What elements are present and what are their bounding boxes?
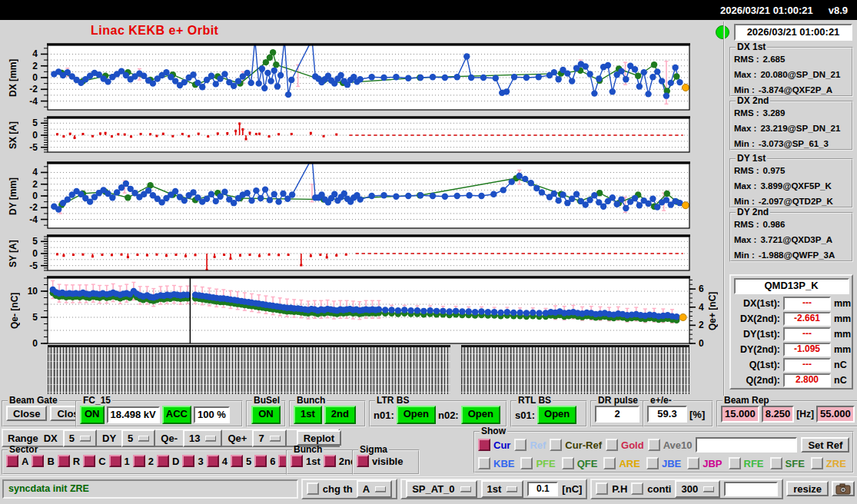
beam-gate-label: Beam Gate — [8, 396, 59, 405]
svg-text:4: 4 — [32, 167, 38, 177]
dr-pulse-value: 2 — [595, 406, 639, 423]
ph-label: P.H — [612, 483, 627, 495]
monitor-row-label: DX(2nd): — [732, 313, 780, 324]
range-qem-select[interactable]: 13 — [183, 429, 222, 447]
resize-button[interactable]: resize — [786, 481, 829, 496]
show-pfe-label: PFE — [536, 458, 555, 469]
stat-key: Max : — [734, 233, 756, 248]
sector-b-checkbox[interactable] — [32, 455, 44, 467]
svg-text:0: 0 — [32, 191, 38, 201]
sector-r-checkbox[interactable] — [58, 455, 70, 467]
ph-checkbox[interactable] — [596, 482, 608, 495]
fc15-acc-button[interactable]: ACC — [162, 406, 191, 424]
chg-th-checkbox[interactable] — [307, 482, 319, 495]
sector-3-checkbox[interactable] — [182, 455, 194, 467]
show-zre-checkbox[interactable] — [811, 457, 823, 469]
bunch-1st-checkbox[interactable] — [291, 455, 303, 467]
svg-text:0: 0 — [699, 338, 704, 347]
bunch-1st-button[interactable]: 1st — [294, 406, 322, 424]
show-are-label: ARE — [619, 458, 639, 469]
range-qep-select[interactable]: 7 — [252, 429, 286, 447]
busel-label: BuSel — [252, 396, 281, 405]
show-gold-checkbox[interactable] — [606, 439, 618, 451]
sector-a-checkbox[interactable] — [6, 455, 18, 467]
show-group: Show Cur Ref Cur-Ref Gold Ave10 Set Ref … — [473, 427, 854, 473]
threshold-input[interactable] — [527, 482, 558, 496]
show-qfe-label: QFE — [577, 458, 598, 469]
sx-steering-plot: 50-5 — [0, 116, 722, 156]
show-cur-checkbox[interactable] — [478, 439, 490, 451]
show-rfe-checkbox[interactable] — [729, 457, 741, 469]
title-bar: 2026/03/21 01:00:21 v8.9 — [0, 0, 857, 20]
sector-select[interactable]: A — [357, 480, 392, 498]
beam-gate-close-1-button[interactable]: Close — [6, 406, 47, 421]
stat-box-dy2: DY 2nd RMS :0.986 Max :3.721@QXD3P_A Min… — [729, 208, 853, 262]
sector-d-checkbox[interactable] — [157, 455, 169, 467]
sector-1-checkbox[interactable] — [109, 455, 121, 467]
ref-name-input[interactable] — [696, 437, 797, 453]
show-ref-checkbox[interactable] — [514, 439, 526, 451]
sector-2-label: 2 — [148, 456, 154, 467]
sector-5-label: 5 — [246, 456, 251, 467]
set-ref-button[interactable]: Set Ref — [801, 437, 849, 453]
option-menu-indicator — [375, 486, 386, 492]
fc15-on-button[interactable]: ON — [80, 406, 105, 424]
show-sfe-checkbox[interactable] — [770, 457, 782, 469]
stat-value: -2.097@QTD2P_K — [759, 194, 833, 210]
rtl-s01-open-button[interactable]: Open — [537, 406, 576, 424]
monitor-row-value: -1.095 — [783, 343, 831, 356]
busel-on-button[interactable]: ON — [251, 406, 281, 424]
status-led-icon — [716, 25, 729, 39]
chg-th-section: chg th A — [301, 479, 397, 499]
show-ave10-checkbox[interactable] — [648, 439, 660, 451]
ltr-n02-open-button[interactable]: Open — [461, 406, 500, 424]
svg-text:0: 0 — [32, 248, 38, 259]
beam-rep-value-1: 15.000 — [721, 406, 759, 423]
show-jbp-checkbox[interactable] — [687, 457, 699, 469]
ltr-n01-open-button[interactable]: Open — [397, 406, 436, 424]
show-are-checkbox[interactable] — [603, 457, 616, 469]
bunch-2nd-checkbox[interactable] — [324, 455, 336, 467]
show-pfe-checkbox[interactable] — [520, 457, 533, 469]
sigma-visible-checkbox[interactable] — [357, 455, 369, 467]
snapshot-button[interactable] — [832, 481, 855, 496]
conti-checkbox[interactable] — [631, 482, 643, 495]
camera-icon — [835, 483, 851, 495]
stat-value: 2.685 — [763, 52, 786, 68]
sy-steering-plot: 50-5 — [0, 234, 722, 274]
show-cur-ref-checkbox[interactable] — [550, 439, 562, 451]
sector-c-checkbox[interactable] — [83, 455, 95, 467]
svg-text:0: 0 — [32, 338, 38, 347]
show-qfe-checkbox[interactable] — [562, 457, 574, 469]
bpm-label-strip-left — [48, 345, 450, 394]
svg-text:-5: -5 — [29, 260, 38, 271]
svg-text:-2: -2 — [29, 202, 38, 213]
count-input[interactable] — [724, 482, 778, 496]
range-dx-label: DX — [44, 433, 58, 444]
sector-6-checkbox[interactable] — [254, 455, 267, 467]
monitor-row-label: DX(1st): — [732, 298, 780, 309]
range-dx-select[interactable]: 5 — [63, 429, 97, 447]
stat-value: -3.073@SP_61_3 — [759, 137, 829, 152]
beam-rep-group: Beam Rep 15.000 8.250 [Hz] 55.000 [%] — [716, 396, 857, 427]
show-kbe-checkbox[interactable] — [478, 457, 490, 469]
bunch-2nd-button[interactable]: 2nd — [324, 406, 356, 424]
bpm-monitor-panel: QMD13P_K DX(1st):---mm DX(2nd):-2.661mm … — [729, 274, 853, 390]
bunch-select[interactable]: 1st — [481, 480, 524, 498]
sector-4-checkbox[interactable] — [207, 455, 219, 467]
stat-box-dx2-label: DX 2nd — [736, 97, 770, 105]
sector-5-checkbox[interactable] — [231, 455, 243, 467]
monitor-row-unit: nC — [834, 360, 847, 370]
busel-group: BuSel ON — [246, 396, 286, 427]
monitor-row-unit: mm — [834, 298, 851, 309]
bpm-name-select[interactable]: SP_AT_0 — [406, 480, 477, 498]
ltr-bs-group: LTR BS n01: Open n02: Open — [369, 396, 507, 427]
count-select[interactable]: 300 — [675, 480, 720, 498]
show-jbe-checkbox[interactable] — [646, 457, 659, 469]
bpm-monitor-title[interactable]: QMD13P_K — [734, 278, 849, 294]
stat-box-dx2: DX 2nd RMS :3.289 Max :23.219@SP_DN_21 M… — [729, 97, 853, 151]
range-dy-select[interactable]: 5 — [121, 429, 155, 447]
sector-2-checkbox[interactable] — [133, 455, 145, 467]
replot-button[interactable]: Replot — [297, 430, 341, 446]
bunch-1st-label: 1st — [306, 456, 321, 467]
